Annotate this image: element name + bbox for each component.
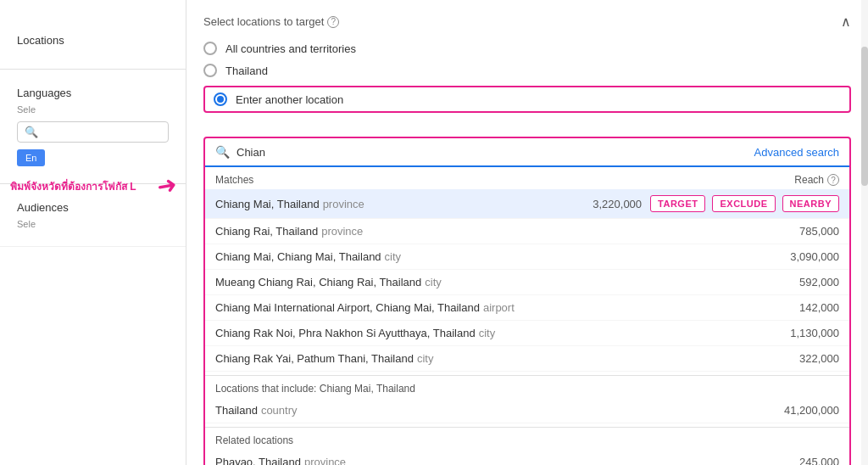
languages-search[interactable]: 🔍 [17, 121, 169, 143]
action-buttons-0: TARGET EXCLUDE NEARBY [650, 195, 839, 212]
help-icon[interactable]: ? [327, 16, 339, 28]
nearby-button-0[interactable]: NEARBY [782, 195, 839, 212]
radio-circle-thailand [203, 64, 217, 77]
result-row-3[interactable]: Mueang Chiang Rai, Chiang Rai, Thailand … [205, 270, 849, 295]
result-row-6[interactable]: Chiang Rak Yai, Pathum Thani, Thailand c… [205, 346, 849, 372]
result-left-1: Chiang Rai, Thailand province [215, 225, 771, 238]
result-type-1: province [321, 225, 363, 238]
result-reach-4: 142,000 [771, 301, 839, 314]
audiences-label: Audiences [17, 201, 169, 214]
search-top: 🔍 Advanced search [205, 138, 849, 167]
radio-all-countries[interactable]: All countries and territories [203, 42, 851, 55]
result-reach-0: 3,220,000 [574, 198, 642, 210]
result-reach-3: 592,000 [771, 276, 839, 289]
languages-label: Languages [17, 87, 169, 99]
related-type-0: province [304, 456, 346, 465]
result-left-6: Chiang Rak Yai, Pathum Thani, Thailand c… [215, 352, 771, 365]
radio-label-enter: Enter another location [236, 93, 343, 106]
result-type-0: province [323, 198, 364, 210]
radio-circle-enter [214, 92, 227, 106]
result-type-6: city [417, 352, 434, 365]
search-icon-main: 🔍 [215, 145, 230, 159]
dropdown-results: Matches Reach ? Chiang Mai, Thailand pro… [205, 167, 849, 465]
result-type-2: city [385, 250, 402, 263]
includes-divider: Locations that include: Chiang Mai, Thai… [205, 375, 849, 398]
related-name-0: Phayao, Thailand [215, 456, 301, 465]
result-name-0: Chiang Mai, Thailand [215, 198, 320, 210]
scroll-thumb[interactable] [861, 47, 868, 186]
result-reach-1: 785,000 [771, 225, 839, 238]
result-name-6: Chiang Rak Yai, Pathum Thani, Thailand [215, 352, 414, 365]
radio-enter-location[interactable]: Enter another location [203, 86, 851, 113]
radio-label-thailand: Thailand [225, 64, 268, 77]
result-type-3: city [425, 276, 442, 289]
reach-label: Reach [794, 174, 824, 186]
result-name-1: Chiang Rai, Thailand [215, 225, 318, 238]
languages-search-input[interactable] [43, 126, 161, 138]
result-name-3: Mueang Chiang Rai, Chiang Rai, Thailand [215, 276, 421, 289]
advanced-search-link[interactable]: Advanced search [754, 146, 839, 159]
exclude-button-0[interactable]: EXCLUDE [712, 195, 775, 212]
result-row-4[interactable]: Chiang Mai International Airport, Chiang… [205, 295, 849, 321]
radio-thailand[interactable]: Thailand [203, 64, 851, 77]
scrollbar[interactable] [861, 0, 868, 465]
result-name-4: Chiang Mai International Airport, Chiang… [215, 301, 480, 314]
result-name-2: Chiang Mai, Chiang Mai, Thailand [215, 250, 381, 263]
target-button-0[interactable]: TARGET [650, 195, 705, 212]
result-row-1[interactable]: Chiang Rai, Thailand province 785,000 [205, 219, 849, 244]
related-divider: Related locations [205, 427, 849, 450]
related-left-0: Phayao, Thailand province [215, 456, 771, 465]
result-left-5: Chiang Rak Noi, Phra Nakhon Si Ayutthaya… [215, 327, 771, 339]
radio-circle-all [203, 42, 217, 55]
section-title: Select locations to target ? [203, 15, 339, 28]
result-left-2: Chiang Mai, Chiang Mai, Thailand city [215, 250, 771, 263]
result-left-3: Mueang Chiang Rai, Chiang Rai, Thailand … [215, 276, 771, 289]
includes-left-0: Thailand country [215, 404, 771, 417]
languages-select-text: Sele [17, 104, 169, 115]
result-reach-6: 322,000 [771, 352, 839, 365]
related-row-0[interactable]: Phayao, Thailand province 245,000 [205, 450, 849, 465]
thai-annotation: พิมพ์จังหวัดที่ต้องการโฟกัส L [10, 178, 136, 194]
includes-row-0[interactable]: Thailand country 41,200,000 [205, 398, 849, 423]
radio-group: All countries and territories Thailand E… [203, 42, 851, 125]
location-search-container: 🔍 Advanced search Matches Reach ? [203, 137, 851, 465]
languages-enter-btn[interactable]: En [17, 149, 45, 166]
related-reach-0: 245,000 [771, 456, 839, 465]
results-header: Matches Reach ? [205, 167, 849, 189]
search-icon: 🔍 [25, 126, 38, 138]
reach-help-icon[interactable]: ? [827, 174, 839, 186]
result-type-4: airport [483, 301, 515, 314]
reach-header: Reach ? [794, 174, 839, 186]
result-type-5: city [479, 327, 496, 339]
includes-reach-0: 41,200,000 [771, 404, 839, 417]
result-reach-2: 3,090,000 [771, 250, 839, 263]
locations-label: Locations [17, 34, 169, 47]
result-name-5: Chiang Rak Noi, Phra Nakhon Si Ayutthaya… [215, 327, 476, 339]
result-row-0[interactable]: Chiang Mai, Thailand province 3,220,000 … [205, 189, 849, 219]
location-search-input[interactable] [236, 146, 754, 159]
includes-type-0: country [261, 404, 298, 417]
collapse-button[interactable]: ∧ [841, 14, 851, 30]
includes-name-0: Thailand [215, 404, 258, 417]
result-reach-5: 1,130,000 [771, 327, 839, 339]
radio-label-all: All countries and territories [225, 42, 356, 55]
result-left-4: Chiang Mai International Airport, Chiang… [215, 301, 771, 314]
result-left-0: Chiang Mai, Thailand province [215, 198, 574, 210]
audiences-select-text: Sele [17, 219, 169, 229]
matches-label: Matches [215, 174, 253, 186]
result-row-5[interactable]: Chiang Rak Noi, Phra Nakhon Si Ayutthaya… [205, 321, 849, 346]
result-row-2[interactable]: Chiang Mai, Chiang Mai, Thailand city 3,… [205, 244, 849, 270]
